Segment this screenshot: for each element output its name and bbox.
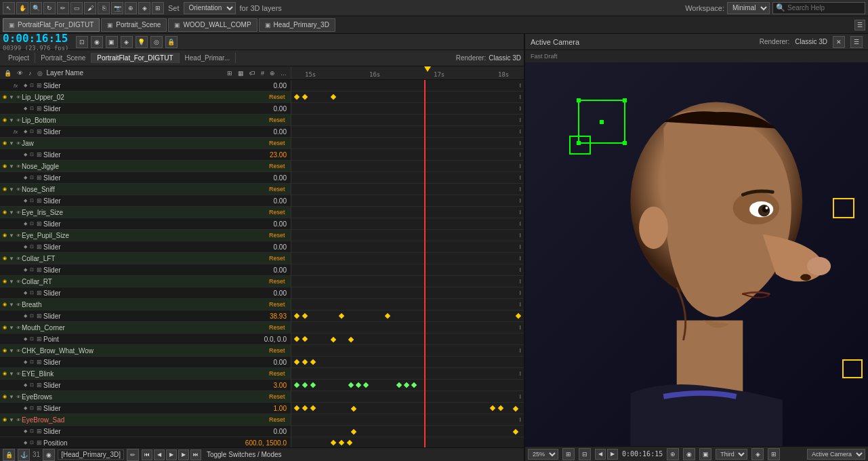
vis-btn[interactable]: 👁 — [15, 232, 22, 239]
vis-btn[interactable]: 👁 — [15, 209, 22, 216]
vis-btn[interactable]: 👁 — [15, 186, 22, 193]
reset-btn[interactable]: Reset — [269, 209, 289, 216]
vis-btn[interactable]: 👁 — [15, 278, 22, 285]
viewer-fit-btn[interactable]: ⊞ — [562, 448, 575, 460]
solo-btn[interactable]: ◉ — [1, 209, 8, 216]
comp-tab-project[interactable]: Project — [3, 53, 35, 63]
keyframe-stop-btn[interactable]: ⊡ — [28, 174, 35, 181]
solo-btn[interactable]: ◉ — [1, 140, 8, 146]
pb-next-frame-btn[interactable]: ▶ — [178, 449, 189, 460]
solo-btn[interactable]: ◉ — [1, 347, 8, 354]
layer-row[interactable]: ◉ ▼ 👁 Collar_LFT Reset — [0, 253, 291, 264]
tl-light-btn[interactable]: 💡 — [136, 36, 148, 48]
viewer-pb-back-btn[interactable]: ◀ — [595, 449, 606, 460]
keyframe-nav-btn[interactable]: ◆ — [22, 359, 28, 365]
reset-btn[interactable]: Reset — [269, 94, 289, 100]
layer-row[interactable]: ◆ ⊡ ⊞ Slider 0.00 — [0, 103, 291, 115]
layer-row[interactable]: ◆ ⊡ ⊞ Position 600.0, 1500.0 — [0, 437, 291, 447]
hand-tool-btn[interactable]: ✋ — [16, 2, 28, 14]
keyframe-nav-btn[interactable]: ◆ — [22, 382, 28, 388]
tab-wood-wall[interactable]: ▣ WOOD_WALL_COMP — [168, 18, 257, 32]
arrow-tool-btn[interactable]: ↖ — [3, 2, 15, 14]
layer-row-breath[interactable]: ◉ ▼ 👁 Breath Reset — [0, 299, 291, 310]
keyframe-stop-btn[interactable]: ⊡ — [28, 439, 35, 446]
vis-btn[interactable]: 👁 — [15, 163, 22, 169]
keyframe-nav-btn[interactable]: ◆ — [22, 428, 28, 435]
header-mode-btn[interactable]: ▦ — [236, 70, 245, 77]
expand-btn[interactable]: ▼ — [8, 163, 15, 169]
layer-row[interactable]: ◆ ⊡ ⊞ Slider 0.00 — [0, 357, 291, 368]
layer-row[interactable]: ◆ ⊡ ⊞ Slider 23.00 — [0, 149, 291, 161]
keyframe-stop-btn[interactable]: ⊡ — [28, 382, 35, 388]
solo-btn[interactable]: ◉ — [1, 393, 8, 400]
reset-btn[interactable]: Reset — [269, 393, 289, 400]
solo-btn[interactable]: ◉ — [1, 255, 8, 262]
reset-btn[interactable]: Reset — [269, 301, 289, 308]
layer-row[interactable]: ◆ ⊡ ⊞ Slider 38.93 — [0, 310, 291, 322]
handle-br[interactable] — [623, 141, 627, 145]
reset-btn[interactable]: Reset — [269, 140, 289, 146]
keyframe-nav-btn[interactable]: ◆ — [22, 336, 28, 342]
comp-tab-head-primary[interactable]: Head_Primar... — [180, 53, 236, 63]
keyframe-nav-btn[interactable]: ◆ — [22, 197, 28, 204]
tabs-menu-button[interactable]: ☰ — [854, 20, 865, 31]
expand-btn[interactable]: ▼ — [8, 370, 15, 377]
keyframe-nav-btn[interactable]: ◆ — [22, 313, 28, 319]
vis-btn[interactable]: 👁 — [15, 117, 22, 123]
tl-comp-marker-btn[interactable]: ◉ — [43, 449, 55, 461]
tl-lock-btn[interactable]: 🔒 — [165, 36, 178, 48]
reset-btn[interactable]: Reset — [269, 370, 289, 377]
keyframe-stop-btn[interactable]: ⊡ — [28, 105, 35, 112]
header-audio-btn[interactable]: ♪ — [27, 70, 33, 77]
layer-row[interactable]: ◆ ⊡ ⊞ Slider 0.00 — [0, 241, 291, 253]
layer-row[interactable]: ◉ ▼ 👁 Lip_Upper_02 Reset — [0, 92, 291, 103]
camera-tool-btn[interactable]: 📷 — [111, 2, 123, 14]
solo-btn[interactable]: ◉ — [1, 117, 8, 123]
layer-row[interactable]: ◆ ⊡ ⊞ Slider 3.00 — [0, 380, 291, 391]
reset-btn[interactable]: Reset — [269, 347, 289, 354]
comp-tab-portrait-scene[interactable]: Portrait_Scene — [35, 53, 91, 63]
layer-row[interactable]: ◉ ▼ 👁 Eye_Pupil_Size Reset — [0, 230, 291, 241]
solo-btn[interactable]: ◉ — [1, 278, 8, 285]
reset-btn[interactable]: Reset — [269, 278, 289, 285]
zoom-select[interactable]: 25% — [528, 449, 558, 460]
header-visibility-btn[interactable]: 👁 — [16, 70, 24, 77]
handle-tl[interactable] — [577, 98, 581, 102]
search-input[interactable] — [787, 4, 862, 12]
tl-anchor-btn[interactable]: ⚓ — [18, 449, 30, 461]
vis-btn[interactable]: 👁 — [15, 255, 22, 262]
keyframe-stop-btn[interactable]: ⊡ — [28, 220, 35, 227]
viewer-canvas[interactable] — [525, 62, 868, 446]
transform-tool-btn[interactable]: ⊕ — [125, 2, 137, 14]
zoom-tool-btn[interactable]: 🔍 — [30, 2, 42, 14]
solo-btn[interactable]: ◉ — [1, 163, 8, 169]
tab-portrait-scene[interactable]: ▣ Portrait_Scene — [101, 18, 167, 32]
keyframe-stop-btn[interactable]: ⊡ — [28, 266, 35, 273]
keyframe-nav-btn[interactable]: ◆ — [22, 174, 28, 181]
viewer-stereo-btn[interactable]: ◈ — [751, 448, 764, 460]
expand-btn[interactable]: ▼ — [8, 94, 15, 100]
header-solo-btn[interactable]: ◎ — [36, 70, 44, 77]
reset-btn[interactable]: Reset — [269, 232, 289, 239]
solo-btn[interactable]: ◉ — [1, 301, 8, 308]
keyframe-nav-btn[interactable]: ◆ — [22, 243, 28, 250]
reset-btn[interactable]: Reset — [269, 324, 289, 331]
layer-row[interactable]: ◉ ▼ 👁 Nose_Sniff Reset — [0, 184, 291, 195]
vis-btn[interactable]: 👁 — [15, 140, 22, 146]
tl-lock-bottom-btn[interactable]: 🔒 — [3, 449, 15, 461]
layer-row[interactable]: ◉ ▼ 👁 CHK_Brow_What_Wow Reset — [0, 345, 291, 357]
expand-btn[interactable]: ▼ — [8, 255, 15, 262]
keyframe-stop-btn[interactable]: ⊡ — [28, 151, 35, 158]
keyframe-nav-btn[interactable]: ◆ — [22, 266, 28, 273]
tl-motion-blur-btn[interactable]: ◉ — [91, 36, 103, 48]
expand-btn[interactable]: ▼ — [8, 140, 15, 146]
layer-row[interactable]: ◆ ⊡ ⊞ Slider 0.00 — [0, 264, 291, 276]
playhead[interactable] — [424, 80, 426, 447]
layer-row[interactable]: ◉ ▼ 👁 EyeBrows Reset — [0, 391, 291, 403]
expand-btn[interactable]: ▼ — [8, 186, 15, 193]
reset-btn[interactable]: Reset — [269, 416, 289, 423]
keyframe-stop-btn[interactable]: ⊡ — [28, 289, 35, 296]
keyframe-stop-btn[interactable]: ⊡ — [28, 82, 35, 89]
keyframe-stop-btn[interactable]: ⊡ — [28, 428, 35, 435]
vis-btn[interactable]: 👁 — [15, 347, 22, 354]
